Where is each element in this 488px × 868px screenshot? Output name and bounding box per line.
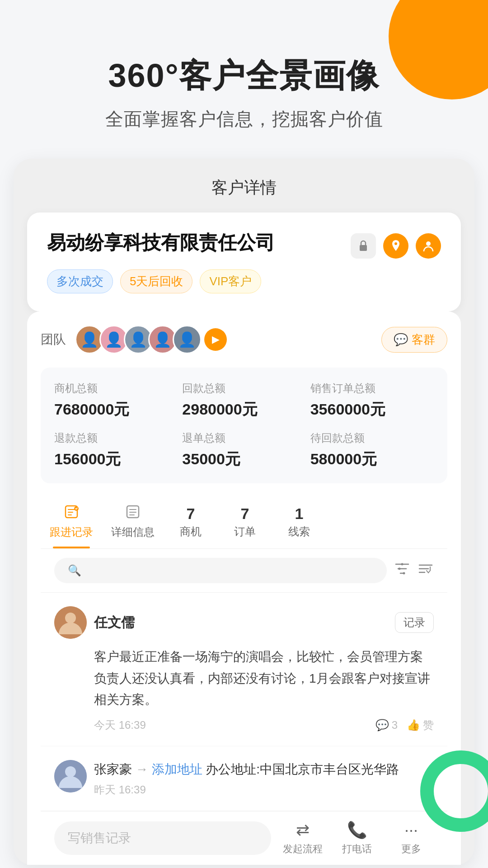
activity-row-1: 张家豪 → 添加地址 办公地址:中国北京市丰台区光华路 昨天 16:39 [54, 760, 434, 797]
search-box[interactable]: 🔍 [54, 558, 387, 583]
stat-value-0: 7680000元 [54, 399, 178, 420]
search-row: 🔍 [41, 549, 447, 593]
call-label: 打电话 [342, 842, 372, 856]
stat-pending: 待回款总额 580000元 [310, 431, 434, 470]
activity-header-0: 任文儒 记录 [54, 606, 434, 639]
stat-label-0: 商机总额 [54, 381, 178, 396]
tab-order[interactable]: 7 订单 [218, 498, 272, 548]
activity-time-1: 昨天 16:39 [94, 783, 434, 797]
svg-point-8 [403, 572, 405, 575]
stat-value-1: 2980000元 [182, 399, 305, 420]
activity-actions-0: 💬 3 👍 赞 [375, 718, 434, 732]
team-label: 团队 [41, 331, 66, 348]
stat-label-5: 待回款总额 [310, 431, 434, 445]
start-flow-action[interactable]: ⇄ 发起流程 [280, 821, 325, 856]
tab-follow-record[interactable]: 跟进记录 [41, 497, 102, 548]
phone-icon: 📞 [347, 821, 367, 840]
tag-vip: VIP客户 [200, 269, 261, 293]
company-icons [351, 233, 441, 259]
tag-multi-deal: 多次成交 [47, 269, 113, 293]
kequn-label: 客群 [412, 332, 435, 348]
comment-icon: 💬 [375, 719, 389, 731]
more-icon: ··· [404, 821, 418, 840]
svg-point-12 [65, 766, 76, 777]
svg-point-7 [399, 568, 401, 570]
write-record-input[interactable]: 写销售记录 [54, 821, 271, 855]
stat-value-2: 3560000元 [310, 399, 434, 420]
activity-content-2: 张家豪 → 添加地址 办公地址:中国北京市丰台区光华路 昨天 16:39 [94, 760, 434, 797]
avatar-5[interactable]: 👤 [173, 325, 202, 354]
filter-icon[interactable] [394, 561, 410, 580]
tab-label-4: 线索 [288, 524, 310, 539]
more-label: 更多 [401, 842, 421, 856]
location-icon[interactable] [383, 233, 408, 259]
flow-label: 发起流程 [283, 842, 323, 856]
tab-count-3: 7 [241, 505, 249, 523]
tab-label-0: 跟进记录 [50, 525, 93, 539]
svg-point-2 [426, 241, 431, 246]
more-action[interactable]: ··· 更多 [389, 821, 434, 856]
lock-icon[interactable] [351, 233, 376, 259]
activity-avatar-1 [54, 760, 87, 793]
tab-nav: 跟进记录 详细信息 7 商机 7 订 [41, 497, 447, 549]
stat-cancel: 退单总额 35000元 [182, 431, 305, 470]
stat-label-4: 退单总额 [182, 431, 305, 445]
comment-button-0[interactable]: 💬 3 [375, 719, 398, 731]
stat-opportunity: 商机总额 7680000元 [54, 381, 178, 420]
sort-icon[interactable] [418, 561, 434, 580]
svg-point-10 [65, 613, 76, 623]
company-header: 易动纷享科技有限责任公司 [47, 231, 441, 259]
kequn-icon: 💬 [394, 333, 408, 347]
flow-icon: ⇄ [296, 821, 310, 840]
stat-label-1: 回款总额 [182, 381, 305, 396]
like-icon: 👍 [407, 719, 420, 731]
tab-opportunity[interactable]: 7 商机 [164, 498, 218, 548]
activity-name-0: 任文儒 [94, 613, 388, 632]
stat-label-2: 销售订单总额 [310, 381, 434, 396]
activity-avatar-0 [54, 606, 87, 639]
tab-label-2: 商机 [180, 524, 202, 539]
outer-card-title: 客户详情 [27, 177, 461, 199]
person-icon[interactable] [416, 233, 441, 259]
detail-card: 团队 👤 👤 👤 👤 👤 [27, 311, 461, 865]
team-row: 团队 👤 👤 👤 👤 👤 [41, 325, 447, 354]
avatar-more[interactable]: ▶ [204, 328, 227, 351]
page-subtitle: 全面掌握客户信息，挖掘客户价值 [18, 107, 470, 132]
activity-item-0: 任文儒 记录 客户最近正准备一场海宁的演唱会，比较忙，会员管理方案负责人还没认真… [41, 593, 447, 746]
activity-content-0: 客户最近正准备一场海宁的演唱会，比较忙，会员管理方案负责人还没认真看，内部还没有… [54, 646, 434, 711]
svg-rect-0 [360, 245, 367, 251]
tab-icon-0 [64, 504, 79, 523]
tab-label-3: 订单 [234, 524, 256, 539]
stat-value-4: 35000元 [182, 449, 305, 470]
company-name: 易动纷享科技有限责任公司 [47, 231, 351, 255]
stats-card: 商机总额 7680000元 回款总额 2980000元 销售订单总额 35600… [41, 368, 447, 483]
svg-point-1 [394, 242, 397, 245]
arrow-icon: → [136, 762, 152, 776]
tab-lead[interactable]: 1 线索 [272, 498, 326, 548]
tab-label-1: 详细信息 [111, 525, 155, 539]
activity-name-1: 张家豪 [94, 762, 136, 776]
like-label: 赞 [423, 718, 434, 732]
kequn-button[interactable]: 💬 客群 [381, 327, 447, 353]
bottom-bar: 写销售记录 ⇄ 发起流程 📞 打电话 ··· 更多 [41, 811, 447, 865]
company-tags: 多次成交 5天后回收 VIP客户 [47, 269, 441, 293]
action-content: 办公地址:中国北京市丰台区光华路 [206, 762, 399, 776]
tab-icon-1 [125, 504, 141, 523]
team-avatars: 👤 👤 👤 👤 👤 ▶ [75, 325, 381, 354]
tag-recycle: 5天后回收 [120, 269, 192, 293]
stat-label-3: 退款总额 [54, 431, 178, 445]
search-icon: 🔍 [68, 564, 81, 577]
svg-point-6 [401, 563, 404, 566]
action-link[interactable]: 添加地址 [152, 762, 202, 776]
page-title: 360°客户全景画像 [18, 54, 470, 98]
stat-refund: 退款总额 156000元 [54, 431, 178, 470]
stat-value-5: 580000元 [310, 449, 434, 470]
tab-detail-info[interactable]: 详细信息 [102, 497, 164, 548]
call-action[interactable]: 📞 打电话 [334, 821, 380, 856]
like-button-0[interactable]: 👍 赞 [407, 718, 434, 732]
header-section: 360°客户全景画像 全面掌握客户信息，挖掘客户价值 [0, 0, 488, 159]
outer-card: 客户详情 易动纷享科技有限责任公司 [14, 159, 474, 865]
activity-action-text-1: 张家豪 → 添加地址 办公地址:中国北京市丰台区光华路 [94, 760, 434, 779]
tab-count-4: 1 [295, 505, 304, 523]
main-container: 客户详情 易动纷享科技有限责任公司 [14, 159, 474, 865]
